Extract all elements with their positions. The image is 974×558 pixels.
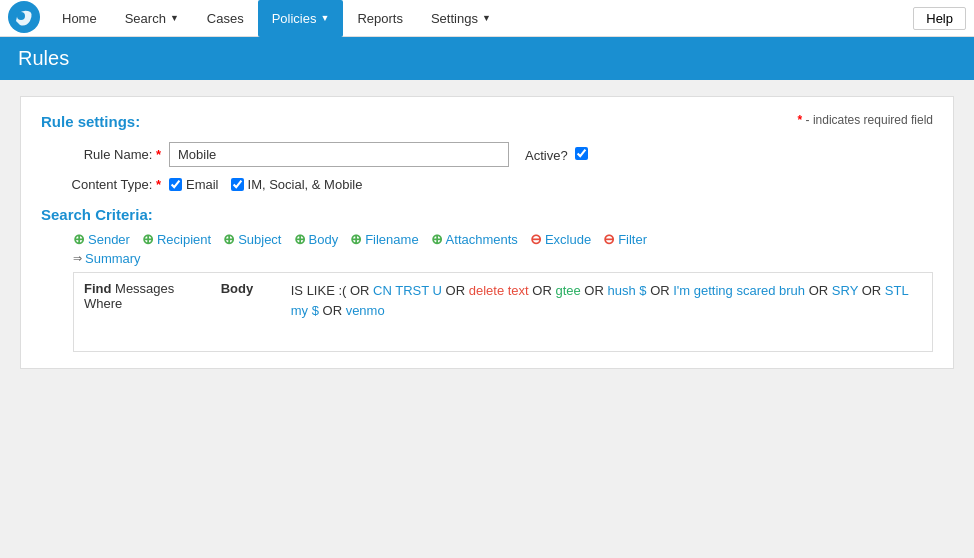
sender-add-icon: ⊕ [73,231,85,247]
tab-filter[interactable]: ⊖ Filter [603,231,647,247]
tab-filename[interactable]: ⊕ Filename [350,231,418,247]
summary-find-text: Find Messages Where [84,281,201,311]
nav-policies[interactable]: Policies ▼ [258,0,344,37]
subject-add-icon: ⊕ [223,231,235,247]
main-content: Rule settings: * - indicates required fi… [0,80,974,385]
nav-search[interactable]: Search ▼ [111,0,193,37]
logo [8,1,48,36]
tab-attachments[interactable]: ⊕ Attachments [431,231,518,247]
summary-row: Find Messages Where Body IS LIKE :( OR C… [74,273,932,328]
rule-name-label: Rule Name: * [41,147,161,162]
rule-name-row: Rule Name: * Active? [41,142,933,167]
content-type-row: Content Type: * Email IM, Social, & Mobi… [41,177,933,192]
tab-exclude[interactable]: ⊖ Exclude [530,231,591,247]
criteria-tabs: ⊕ Sender ⊕ Recipient ⊕ Subject ⊕ Body ⊕ … [73,231,933,247]
page-header: Rules [0,37,974,80]
summary-arrow-icon: ⇒ [73,252,82,265]
search-dropdown-icon: ▼ [170,0,179,37]
summary-box: Find Messages Where Body IS LIKE :( OR C… [73,272,933,352]
active-label: Active? [525,147,588,163]
rule-card-header: Rule settings: * - indicates required fi… [41,113,933,130]
navbar: Home Search ▼ Cases Policies ▼ Reports S… [0,0,974,37]
summary-field: Body [221,281,271,296]
policies-dropdown-icon: ▼ [320,0,329,37]
nav-reports[interactable]: Reports [343,0,417,37]
filename-add-icon: ⊕ [350,231,362,247]
tab-recipient[interactable]: ⊕ Recipient [142,231,211,247]
recipient-add-icon: ⊕ [142,231,154,247]
email-checkbox[interactable] [169,178,182,191]
im-social-mobile-checkbox[interactable] [231,178,244,191]
body-add-icon: ⊕ [294,231,306,247]
summary-tab[interactable]: ⇒ Summary [73,251,933,266]
attachments-add-icon: ⊕ [431,231,443,247]
nav-cases[interactable]: Cases [193,0,258,37]
filter-remove-icon: ⊖ [603,231,615,247]
settings-dropdown-icon: ▼ [482,0,491,37]
tab-sender[interactable]: ⊕ Sender [73,231,130,247]
im-social-mobile-checkbox-label[interactable]: IM, Social, & Mobile [231,177,363,192]
summary-tab-row: ⇒ Summary [73,251,933,266]
summary-value: IS LIKE :( OR CN TRST U OR delete text O… [291,281,922,320]
content-type-label: Content Type: * [41,177,161,192]
rule-card: Rule settings: * - indicates required fi… [20,96,954,369]
required-note: * - indicates required field [798,113,933,127]
svg-point-1 [17,12,25,20]
required-star: * [798,113,803,127]
rule-settings-title: Rule settings: [41,113,140,130]
email-checkbox-label[interactable]: Email [169,177,219,192]
rule-name-required: * [156,147,161,162]
tab-subject[interactable]: ⊕ Subject [223,231,281,247]
tab-body[interactable]: ⊕ Body [294,231,339,247]
content-type-required: * [156,177,161,192]
search-criteria-title: Search Criteria: [41,206,933,223]
page-title: Rules [18,47,69,69]
help-button[interactable]: Help [913,7,966,30]
rule-name-input[interactable] [169,142,509,167]
active-checkbox[interactable] [575,147,588,160]
nav-settings[interactable]: Settings ▼ [417,0,505,37]
nav-home[interactable]: Home [48,0,111,37]
exclude-remove-icon: ⊖ [530,231,542,247]
